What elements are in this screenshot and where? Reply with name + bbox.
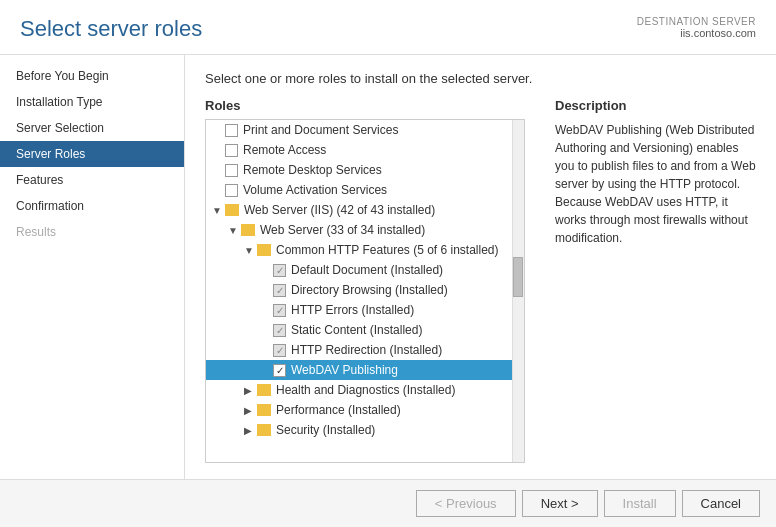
description-text: WebDAV Publishing (Web Distributed Autho… xyxy=(555,121,756,247)
role-label-dir-browsing: Directory Browsing (Installed) xyxy=(291,283,448,297)
checkbox-remote-access[interactable] xyxy=(225,144,238,157)
scrollbar-thumb[interactable] xyxy=(513,257,523,297)
role-label-health-diag: Health and Diagnostics (Installed) xyxy=(276,383,455,397)
folder-icon-performance xyxy=(257,404,271,416)
role-label-http-redirection: HTTP Redirection (Installed) xyxy=(291,343,442,357)
dest-server-label: DESTINATION SERVER xyxy=(637,16,756,27)
expand-arrow-health-diag: ▶ xyxy=(244,385,254,396)
role-item-web-server-iis[interactable]: ▼Web Server (IIS) (42 of 43 installed) xyxy=(206,200,524,220)
role-label-remote-desktop: Remote Desktop Services xyxy=(243,163,382,177)
role-label-web-server: Web Server (33 of 34 installed) xyxy=(260,223,425,237)
role-label-webdav: WebDAV Publishing xyxy=(291,363,398,377)
main-area: Before You BeginInstallation TypeServer … xyxy=(0,55,776,479)
cancel-button[interactable]: Cancel xyxy=(682,490,760,517)
install-button[interactable]: Install xyxy=(604,490,676,517)
role-item-http-redirection[interactable]: HTTP Redirection (Installed) xyxy=(206,340,524,360)
next-button[interactable]: Next > xyxy=(522,490,598,517)
role-item-remote-access[interactable]: Remote Access xyxy=(206,140,524,160)
expand-arrow-web-server-iis: ▼ xyxy=(212,205,222,216)
role-item-performance[interactable]: ▶Performance (Installed) xyxy=(206,400,524,420)
roles-list[interactable]: Print and Document ServicesRemote Access… xyxy=(205,119,525,463)
expand-arrow-common-http: ▼ xyxy=(244,245,254,256)
previous-button[interactable]: < Previous xyxy=(416,490,516,517)
sidebar-item-results: Results xyxy=(0,219,184,245)
checkbox-http-errors[interactable] xyxy=(273,304,286,317)
role-label-http-errors: HTTP Errors (Installed) xyxy=(291,303,414,317)
sidebar: Before You BeginInstallation TypeServer … xyxy=(0,55,185,479)
role-label-default-doc: Default Document (Installed) xyxy=(291,263,443,277)
folder-icon-web-server xyxy=(241,224,255,236)
sidebar-item-server-roles[interactable]: Server Roles xyxy=(0,141,184,167)
page-title: Select server roles xyxy=(20,16,202,42)
role-label-security: Security (Installed) xyxy=(276,423,375,437)
checkbox-webdav[interactable] xyxy=(273,364,286,377)
description-panel: Description WebDAV Publishing (Web Distr… xyxy=(545,98,756,463)
role-item-security[interactable]: ▶Security (Installed) xyxy=(206,420,524,440)
role-item-static-content[interactable]: Static Content (Installed) xyxy=(206,320,524,340)
footer: < Previous Next > Install Cancel xyxy=(0,479,776,527)
sidebar-item-features[interactable]: Features xyxy=(0,167,184,193)
destination-server: DESTINATION SERVER iis.contoso.com xyxy=(637,16,756,39)
role-label-remote-access: Remote Access xyxy=(243,143,326,157)
expand-arrow-web-server: ▼ xyxy=(228,225,238,236)
role-item-webdav[interactable]: WebDAV Publishing xyxy=(206,360,524,380)
role-item-web-server[interactable]: ▼Web Server (33 of 34 installed) xyxy=(206,220,524,240)
scrollbar[interactable] xyxy=(512,120,524,462)
checkbox-http-redirection[interactable] xyxy=(273,344,286,357)
role-label-performance: Performance (Installed) xyxy=(276,403,401,417)
sidebar-item-server-selection[interactable]: Server Selection xyxy=(0,115,184,141)
instruction-text: Select one or more roles to install on t… xyxy=(205,71,756,86)
sidebar-item-installation-type[interactable]: Installation Type xyxy=(0,89,184,115)
checkbox-remote-desktop[interactable] xyxy=(225,164,238,177)
sidebar-item-confirmation[interactable]: Confirmation xyxy=(0,193,184,219)
folder-icon-web-server-iis xyxy=(225,204,239,216)
header: Select server roles DESTINATION SERVER i… xyxy=(0,0,776,55)
role-label-common-http: Common HTTP Features (5 of 6 installed) xyxy=(276,243,499,257)
folder-icon-health-diag xyxy=(257,384,271,396)
roles-panel: Roles Print and Document ServicesRemote … xyxy=(205,98,525,463)
checkbox-static-content[interactable] xyxy=(273,324,286,337)
content-area: Select one or more roles to install on t… xyxy=(185,55,776,479)
checkbox-volume-activation[interactable] xyxy=(225,184,238,197)
role-item-dir-browsing[interactable]: Directory Browsing (Installed) xyxy=(206,280,524,300)
expand-arrow-performance: ▶ xyxy=(244,405,254,416)
role-item-default-doc[interactable]: Default Document (Installed) xyxy=(206,260,524,280)
role-item-print[interactable]: Print and Document Services xyxy=(206,120,524,140)
roles-list-inner: Print and Document ServicesRemote Access… xyxy=(206,120,524,440)
role-label-print: Print and Document Services xyxy=(243,123,398,137)
checkbox-dir-browsing[interactable] xyxy=(273,284,286,297)
role-label-web-server-iis: Web Server (IIS) (42 of 43 installed) xyxy=(244,203,435,217)
role-item-remote-desktop[interactable]: Remote Desktop Services xyxy=(206,160,524,180)
dest-server-name: iis.contoso.com xyxy=(637,27,756,39)
folder-icon-common-http xyxy=(257,244,271,256)
role-item-http-errors[interactable]: HTTP Errors (Installed) xyxy=(206,300,524,320)
role-item-volume-activation[interactable]: Volume Activation Services xyxy=(206,180,524,200)
role-label-static-content: Static Content (Installed) xyxy=(291,323,422,337)
roles-label: Roles xyxy=(205,98,525,113)
role-item-health-diag[interactable]: ▶Health and Diagnostics (Installed) xyxy=(206,380,524,400)
expand-arrow-security: ▶ xyxy=(244,425,254,436)
folder-icon-security xyxy=(257,424,271,436)
sidebar-item-before-you-begin[interactable]: Before You Begin xyxy=(0,63,184,89)
role-label-volume-activation: Volume Activation Services xyxy=(243,183,387,197)
checkbox-default-doc[interactable] xyxy=(273,264,286,277)
roles-area: Roles Print and Document ServicesRemote … xyxy=(205,98,756,463)
description-label: Description xyxy=(555,98,756,113)
checkbox-print[interactable] xyxy=(225,124,238,137)
role-item-common-http[interactable]: ▼Common HTTP Features (5 of 6 installed) xyxy=(206,240,524,260)
